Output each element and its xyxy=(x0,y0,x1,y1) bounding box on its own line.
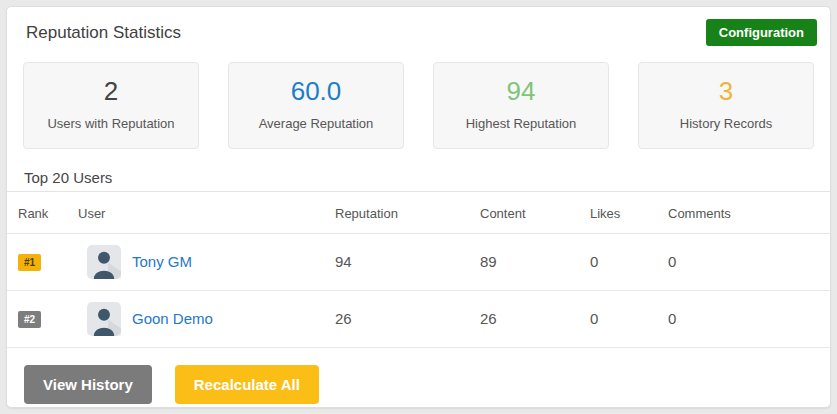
stat-cards-row: 2 Users with Reputation 60.0 Average Rep… xyxy=(7,56,830,149)
stat-value: 2 xyxy=(28,77,194,107)
default-avatar-icon xyxy=(87,302,121,336)
likes-value: 0 xyxy=(590,290,668,347)
content-value: 26 xyxy=(480,290,590,347)
column-header-comments: Comments xyxy=(668,192,830,234)
top-users-table: Rank User Reputation Content Likes Comme… xyxy=(7,192,830,348)
rank-badge: #2 xyxy=(18,311,41,328)
panel-header: Reputation Statistics Configuration xyxy=(7,7,830,56)
table-row: #2 Goon Demo 26 26 0 xyxy=(7,290,830,347)
stat-label: Users with Reputation xyxy=(28,116,194,131)
configuration-button[interactable]: Configuration xyxy=(706,19,817,46)
column-header-content: Content xyxy=(480,192,590,234)
user-cell: Tony GM xyxy=(78,245,335,279)
stat-card-average-reputation: 60.0 Average Reputation xyxy=(228,62,404,149)
stat-value: 94 xyxy=(438,77,604,107)
footer-actions: View History Recalculate All xyxy=(7,348,830,404)
page-title: Reputation Statistics xyxy=(26,23,181,43)
comments-value: 0 xyxy=(668,290,830,347)
table-row: #1 Tony GM 94 89 0 0 xyxy=(7,233,830,290)
column-header-likes: Likes xyxy=(590,192,668,234)
reputation-value: 26 xyxy=(335,290,480,347)
stat-value: 60.0 xyxy=(233,77,399,107)
stat-label: Highest Reputation xyxy=(438,116,604,131)
view-history-button[interactable]: View History xyxy=(24,365,152,404)
user-cell: Goon Demo xyxy=(78,302,335,336)
recalculate-all-button[interactable]: Recalculate All xyxy=(175,365,319,404)
stat-label: Average Reputation xyxy=(233,116,399,131)
user-link[interactable]: Goon Demo xyxy=(132,310,213,327)
comments-value: 0 xyxy=(668,233,830,290)
stat-label: History Records xyxy=(643,116,809,131)
column-header-rank: Rank xyxy=(7,192,78,234)
table-header-row: Rank User Reputation Content Likes Comme… xyxy=(7,192,830,234)
top-20-users-heading: Top 20 Users xyxy=(7,149,830,192)
reputation-value: 94 xyxy=(335,233,480,290)
rank-badge: #1 xyxy=(18,254,41,271)
column-header-reputation: Reputation xyxy=(335,192,480,234)
stat-card-highest-reputation: 94 Highest Reputation xyxy=(433,62,609,149)
content-value: 89 xyxy=(480,233,590,290)
stat-card-users-with-reputation: 2 Users with Reputation xyxy=(23,62,199,149)
column-header-user: User xyxy=(78,192,335,234)
likes-value: 0 xyxy=(590,233,668,290)
stat-value: 3 xyxy=(643,77,809,107)
user-link[interactable]: Tony GM xyxy=(132,253,192,270)
default-avatar-icon xyxy=(87,245,121,279)
reputation-statistics-panel: Reputation Statistics Configuration 2 Us… xyxy=(6,6,831,408)
stat-card-history-records: 3 History Records xyxy=(638,62,814,149)
